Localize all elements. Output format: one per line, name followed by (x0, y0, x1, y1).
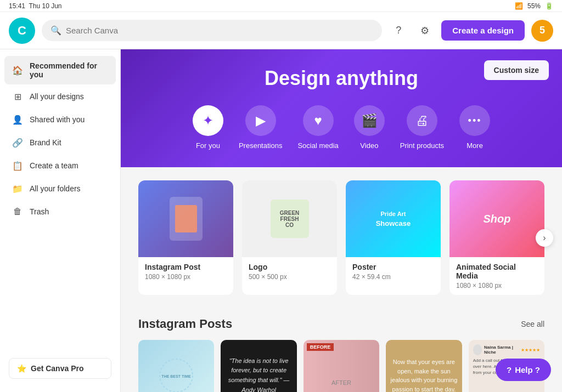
presentations-icon: ▶ (245, 105, 276, 136)
scroll-right-arrow[interactable]: › (536, 229, 553, 247)
sidebar-item-trash[interactable]: 🗑 Trash (4, 201, 116, 223)
social-media-label: Social media (297, 141, 338, 150)
print-products-label: Print products (400, 141, 444, 150)
template-instagram-post[interactable]: Instagram Post 1080 × 1080 px (138, 180, 233, 295)
trash-icon: 🗑 (12, 206, 23, 217)
sidebar-item-folders[interactable]: 📁 All your folders (4, 178, 116, 200)
sidebar-label-all-designs: All your designs (30, 92, 84, 101)
design-categories: ✦ For you ▶ Presentations ♥ Social media (193, 105, 490, 150)
template-info-4: Animated Social Media 1080 × 1080 px (449, 257, 544, 295)
status-time: 15:41 Thu 10 Jun (9, 2, 62, 10)
template-logo[interactable]: GREENFRESHCO Logo 500 × 500 px (242, 180, 337, 295)
grid-icon: ⊞ (12, 91, 23, 102)
status-bar: 15:41 Thu 10 Jun 📶 55% 🔋 (0, 0, 562, 12)
search-bar[interactable]: 🔍 (42, 20, 382, 41)
insta-card-2[interactable]: "The idea is not to live forever, but to… (221, 340, 296, 392)
gear-icon: ⚙ (420, 25, 429, 37)
search-input[interactable] (66, 26, 373, 35)
team-icon: 📋 (12, 160, 23, 171)
sidebar-label-brand: Brand Kit (30, 138, 61, 147)
template-thumb-2: GREENFRESHCO (242, 180, 337, 257)
shared-icon: 👤 (12, 114, 23, 125)
template-info-3: Poster 42 × 59.4 cm (346, 257, 441, 286)
template-animated-social[interactable]: Shop Animated Social Media 1080 × 1080 p… (449, 180, 544, 295)
sidebar-label-shared: Shared with you (30, 115, 85, 124)
sidebar-nav: 🏠 Recommended for you ⊞ All your designs… (0, 56, 120, 223)
insta-card-4[interactable]: Now that your eyes are open, make the su… (386, 340, 462, 392)
insta-thumb-4: Now that your eyes are open, make the su… (386, 340, 462, 392)
sidebar-item-brand-kit[interactable]: 🔗 Brand Kit (4, 132, 116, 154)
section-header: Instagram Posts See all (138, 317, 544, 331)
insta-thumb-3: BEFORE AFTER (304, 340, 379, 392)
help-button[interactable]: ? Help ? (496, 359, 551, 381)
wifi-icon: 📶 (515, 2, 523, 10)
help-icon: ? (507, 365, 512, 374)
category-more[interactable]: ••• More (459, 105, 490, 150)
for-you-icon: ✦ (193, 105, 223, 136)
more-label: More (467, 141, 483, 150)
search-icon: 🔍 (50, 25, 61, 36)
template-thumb-3: Pride Art Showcase (346, 180, 441, 257)
category-print-products[interactable]: 🖨 Print products (400, 105, 444, 150)
create-design-button[interactable]: Create a design (441, 20, 525, 41)
insta-thumb-2: "The idea is not to live forever, but to… (221, 340, 296, 392)
sidebar-label-trash: Trash (30, 207, 49, 216)
hero-banner: Custom size Design anything ✦ For you ▶ … (121, 49, 562, 167)
settings-icon-btn[interactable]: ⚙ (415, 21, 435, 41)
templates-section: Instagram Post 1080 × 1080 px GREENFRESH… (121, 167, 562, 308)
main-layout: 🏠 Recommended for you ⊞ All your designs… (0, 49, 562, 392)
sidebar-item-create-team[interactable]: 📋 Create a team (4, 155, 116, 177)
sidebar: 🏠 Recommended for you ⊞ All your designs… (0, 49, 121, 392)
more-icon: ••• (459, 105, 490, 136)
battery-indicator: 55% (527, 2, 541, 10)
instagram-section: Instagram Posts See all THE BEST TIME "T… (121, 308, 562, 392)
template-thumb-1 (138, 180, 233, 257)
folder-icon: 📁 (12, 183, 23, 194)
category-presentations[interactable]: ▶ Presentations (239, 105, 283, 150)
category-video[interactable]: 🎬 Video (354, 105, 385, 150)
content-area: Custom size Design anything ✦ For you ▶ … (121, 49, 562, 392)
instagram-section-title: Instagram Posts (138, 317, 232, 331)
home-icon: 🏠 (12, 65, 23, 76)
canva-logo[interactable]: C (9, 18, 35, 44)
sidebar-item-all-designs[interactable]: ⊞ All your designs (4, 86, 116, 107)
sidebar-bottom: ⭐ Get Canva Pro (0, 351, 120, 385)
templates-grid: Instagram Post 1080 × 1080 px GREENFRESH… (138, 180, 544, 295)
insta-thumb-1: THE BEST TIME (138, 340, 214, 392)
video-label: Video (360, 141, 378, 150)
help-icon-btn[interactable]: ? (389, 21, 408, 41)
template-info-2: Logo 500 × 500 px (242, 257, 337, 286)
topbar-icons: ? ⚙ Create a design 5 (389, 20, 553, 42)
for-you-label: For you (196, 141, 220, 150)
svg-text:THE BEST TIME: THE BEST TIME (162, 374, 192, 378)
sidebar-label-folders: All your folders (30, 184, 81, 193)
status-right: 📶 55% 🔋 (515, 2, 553, 10)
template-thumb-4: Shop (449, 180, 544, 257)
see-all-button[interactable]: See all (521, 320, 544, 328)
question-icon: ? (396, 25, 401, 36)
circular-text-graphic: THE BEST TIME (154, 354, 198, 392)
social-media-icon: ♥ (303, 105, 334, 136)
canva-pro-button[interactable]: ⭐ Get Canva Pro (9, 358, 111, 379)
presentations-label: Presentations (239, 141, 283, 150)
topbar: C 🔍 ? ⚙ Create a design 5 (0, 12, 562, 49)
category-for-you[interactable]: ✦ For you (193, 105, 223, 150)
category-social-media[interactable]: ♥ Social media (297, 105, 338, 150)
print-icon: 🖨 (407, 105, 437, 136)
insta-card-3[interactable]: BEFORE AFTER (304, 340, 379, 392)
star-icon: ⭐ (17, 364, 26, 373)
sidebar-item-recommended[interactable]: 🏠 Recommended for you (4, 56, 116, 84)
custom-size-button[interactable]: Custom size (484, 60, 549, 80)
template-info-1: Instagram Post 1080 × 1080 px (138, 257, 233, 286)
brand-icon: 🔗 (12, 137, 23, 148)
sidebar-label-team: Create a team (30, 161, 78, 170)
insta-card-1[interactable]: THE BEST TIME (138, 340, 214, 392)
sidebar-label-recommended: Recommended for you (30, 61, 108, 79)
avatar[interactable]: 5 (531, 20, 553, 42)
instagram-grid: THE BEST TIME "The idea is not to live f… (138, 340, 544, 392)
video-icon: 🎬 (354, 105, 385, 136)
sidebar-item-shared[interactable]: 👤 Shared with you (4, 109, 116, 130)
hero-title: Design anything (265, 67, 418, 90)
template-poster[interactable]: Pride Art Showcase Poster 42 × 59.4 cm (346, 180, 441, 295)
